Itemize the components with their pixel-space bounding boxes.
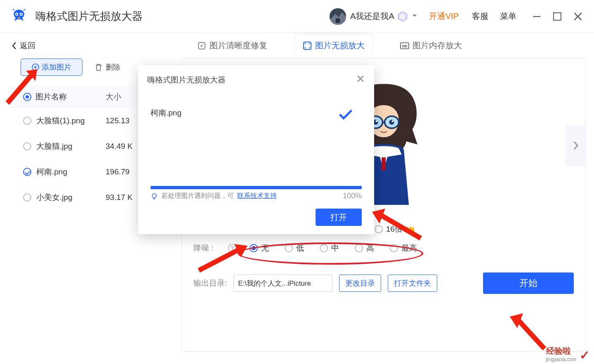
svg-point-19 (389, 120, 394, 124)
row-radio[interactable] (23, 142, 31, 150)
file-name: 大脸猫.jpg (36, 141, 73, 152)
watermark: 经验啦 jingyanla.com ✓ (546, 345, 590, 362)
svg-rect-11 (304, 42, 311, 49)
modal-open-button[interactable]: 打开 (316, 209, 362, 226)
radio-icon (375, 225, 383, 233)
row-radio[interactable] (23, 193, 31, 202)
svg-point-5 (335, 18, 340, 23)
svg-point-2 (16, 13, 18, 15)
user-dropdown-caret-icon[interactable] (411, 12, 418, 21)
add-image-button[interactable]: 添加图片 (21, 59, 82, 76)
user-avatar[interactable] (330, 8, 346, 25)
title-bar: 嗨格式图片无损放大器 A我还是我A 开通VIP 客服 菜单 (0, 0, 594, 33)
expand-icon (303, 41, 312, 50)
opt-label: 16倍 (386, 224, 403, 235)
svg-point-21 (392, 120, 394, 122)
contact-support-link[interactable]: 联系技术支持 (237, 192, 277, 200)
support-link[interactable]: 客服 (472, 11, 488, 22)
column-name-label: 图片名称 (35, 92, 67, 102)
file-size: 196.79 (106, 167, 130, 176)
open-folder-button[interactable]: 打开文件夹 (388, 275, 437, 292)
file-name: 大脸猫(1).png (36, 115, 85, 126)
next-image-button[interactable] (566, 125, 586, 166)
svg-rect-8 (533, 16, 540, 17)
window-minimize-icon[interactable] (530, 10, 543, 23)
file-name: 柯南.png (36, 167, 67, 177)
svg-point-23 (152, 194, 156, 198)
menu-link[interactable]: 菜单 (500, 11, 516, 22)
column-size-label: 大小 (106, 92, 121, 102)
modal-file-name: 柯南.png (151, 108, 362, 118)
tab-memory-enlarge[interactable]: MB 图片内存放大 (393, 35, 469, 57)
opt-label: 中 (331, 243, 339, 254)
start-button[interactable]: 开始 (483, 272, 574, 294)
sparkle-icon (197, 41, 206, 50)
noise-option-high[interactable]: 高 (355, 243, 374, 254)
noise-param-row: 降噪 : ? 无 低 中 高 最高 (182, 239, 585, 258)
tab-label: 图片内存放大 (412, 40, 462, 51)
noise-option-low[interactable]: 低 (285, 243, 304, 254)
trash-icon (95, 63, 102, 71)
radio-icon (320, 244, 328, 252)
delete-button[interactable]: 删除 (95, 59, 120, 76)
tab-clarity-repair[interactable]: 图片清晰度修复 (190, 35, 275, 57)
watermark-url: jingyanla.com (546, 357, 576, 362)
watermark-check-icon: ✓ (580, 348, 590, 362)
app-title: 嗨格式图片无损放大器 (35, 9, 143, 23)
svg-point-20 (375, 120, 377, 122)
lightbulb-icon (151, 193, 158, 200)
output-row: 输出目录: 更改目录 打开文件夹 开始 (182, 265, 585, 301)
opt-label: 低 (296, 243, 304, 254)
chevron-left-icon (12, 42, 17, 50)
watermark-brand: 经验啦 (546, 345, 576, 357)
tab-lossless-enlarge[interactable]: 图片无损放大 (295, 35, 372, 57)
tab-bar: 图片清晰度修复 图片无损放大 MB 图片内存放大 (0, 33, 594, 57)
plus-circle-icon (32, 63, 39, 71)
noise-option-none[interactable]: 无 (250, 243, 269, 254)
file-size: 34.49 K (106, 142, 133, 151)
scale-option-16x[interactable]: 16倍 (375, 224, 415, 235)
add-image-label: 添加图片 (42, 62, 71, 72)
radio-icon (390, 244, 398, 252)
noise-option-max[interactable]: 最高 (390, 243, 417, 254)
progress-modal: 嗨格式图片无损放大器 柯南.png 若处理图片遇到问题，可 联系技术支持 100… (138, 65, 374, 234)
output-label: 输出目录: (193, 278, 227, 289)
tab-label: 图片无损放大 (315, 40, 365, 51)
noise-label: 降噪 : (193, 243, 223, 254)
radio-icon (285, 244, 293, 252)
opt-label: 最高 (401, 243, 417, 254)
tab-label: 图片清晰度修复 (210, 40, 267, 51)
help-icon[interactable]: ? (228, 244, 236, 252)
delete-label: 删除 (106, 62, 120, 72)
opt-label: 高 (366, 243, 374, 254)
file-size: 125.13 (106, 116, 130, 125)
modal-title: 嗨格式图片无损放大器 (147, 75, 356, 85)
row-radio[interactable] (23, 168, 31, 176)
select-all-radio[interactable] (23, 93, 31, 101)
svg-text:MB: MB (402, 44, 408, 48)
opt-label: 无 (261, 243, 269, 254)
crown-icon (406, 225, 415, 233)
progress-percent: 100% (343, 192, 362, 200)
radio-icon (250, 244, 258, 252)
user-name: A我还是我A (350, 11, 394, 22)
modal-close-button[interactable] (356, 73, 365, 86)
output-path-input[interactable] (233, 275, 332, 292)
change-dir-button[interactable]: 更改目录 (339, 275, 381, 292)
window-close-icon[interactable] (572, 10, 584, 23)
back-button[interactable]: 返回 (12, 40, 35, 51)
noise-option-mid[interactable]: 中 (320, 243, 339, 254)
svg-point-3 (21, 13, 22, 15)
mb-icon: MB (400, 41, 409, 50)
close-icon (356, 74, 365, 83)
modal-hint: 若处理图片遇到问题，可 (161, 192, 234, 200)
user-badge-icon (397, 11, 408, 22)
chevron-right-icon (573, 141, 579, 150)
back-label: 返回 (20, 40, 35, 51)
app-logo-icon (10, 7, 28, 26)
open-vip-link[interactable]: 开通VIP (429, 11, 459, 22)
progress-bar (138, 186, 374, 189)
file-size: 93.17 K (106, 193, 133, 202)
window-maximize-icon[interactable] (551, 10, 563, 23)
row-radio[interactable] (23, 117, 31, 125)
